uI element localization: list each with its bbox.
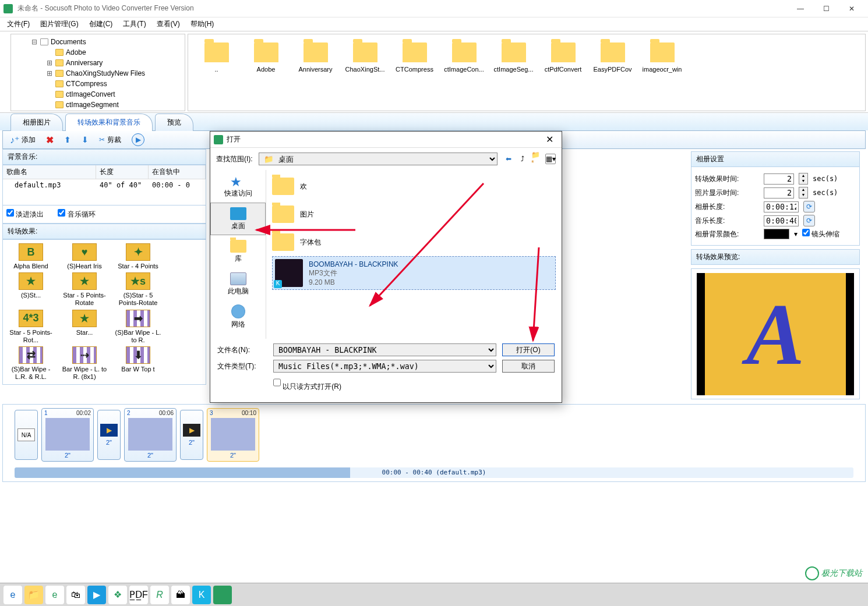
folder-tree[interactable]: ⊟Documents Adobe⊞Anniversary⊞ChaoXingStu… bbox=[10, 34, 185, 111]
taskbar-explorer-icon[interactable]: 📁 bbox=[24, 586, 43, 604]
taskbar-store-icon[interactable]: 🛍 bbox=[66, 586, 85, 604]
transition-item[interactable]: ▶2" bbox=[180, 410, 203, 460]
trans-time-input[interactable] bbox=[764, 173, 794, 185]
move-up-button[interactable]: ⬆ bbox=[62, 134, 73, 146]
play-button[interactable]: ▶ bbox=[129, 132, 147, 147]
tree-item[interactable]: CTCompress bbox=[13, 79, 182, 89]
cancel-button[interactable]: 取消 bbox=[502, 360, 555, 373]
folder-item[interactable]: CTCompress bbox=[390, 38, 439, 93]
folder-item[interactable]: imageocr_win bbox=[637, 38, 687, 93]
nav-up-icon[interactable]: ⤴ bbox=[517, 154, 528, 164]
place-desktop[interactable]: 桌面 bbox=[210, 203, 266, 235]
taskbar-pdf-icon[interactable]: P̲D̲F bbox=[129, 586, 148, 604]
taskbar-edge-icon[interactable]: e bbox=[3, 586, 22, 604]
folder-item[interactable]: ctImageSeg... bbox=[489, 38, 538, 93]
trans-time-spinner[interactable]: ▲▼ bbox=[799, 173, 808, 185]
folder-grid[interactable]: ..AdobeAnniversaryChaoXingSt...CTCompres… bbox=[188, 34, 866, 111]
tree-item[interactable]: ⊞Anniversary bbox=[13, 58, 182, 68]
bg-color-swatch[interactable] bbox=[764, 229, 789, 239]
effect-item[interactable]: ⇢Bar Wipe - L. to R. (8x1) bbox=[59, 346, 110, 381]
clip-item[interactable]: 100:022" bbox=[41, 408, 94, 462]
open-button[interactable]: 打开(O) bbox=[502, 343, 555, 356]
menu-image[interactable]: 图片管理(G) bbox=[36, 18, 83, 30]
show-time-spinner[interactable]: ▲▼ bbox=[799, 187, 808, 199]
taskbar-browser-icon[interactable]: e bbox=[45, 586, 64, 604]
file-item-selected[interactable]: BOOMBAYAH - BLACKPINK MP3文件 9.20 MB bbox=[272, 256, 556, 290]
dialog-folder-item[interactable]: 图片 bbox=[272, 200, 556, 228]
delete-button[interactable]: ✖ bbox=[44, 133, 56, 147]
loop-checkbox[interactable]: 音乐循环 bbox=[58, 209, 95, 219]
tab-album[interactable]: 相册图片 bbox=[10, 114, 63, 131]
filetype-select[interactable]: Music Files(*.mp3;*.WMA;*.wav) bbox=[273, 360, 496, 373]
taskbar[interactable]: e 📁 e 🛍 ▶ ❖ P̲D̲F R 🏔 K bbox=[0, 583, 868, 606]
taskbar-r-icon[interactable]: R bbox=[150, 586, 169, 604]
effect-item[interactable]: ★Star... bbox=[59, 310, 110, 344]
effect-item[interactable]: ✦Star - 4 Points bbox=[112, 243, 164, 270]
menu-view[interactable]: 查看(V) bbox=[152, 18, 185, 30]
nav-view-icon[interactable]: ▦▾ bbox=[545, 154, 556, 164]
tree-item[interactable]: ctPdfConvert bbox=[13, 110, 182, 111]
cut-button[interactable]: ✂剪裁 bbox=[97, 134, 124, 146]
show-time-input[interactable] bbox=[764, 187, 794, 199]
transition-na[interactable]: N/A bbox=[15, 410, 38, 460]
place-pc[interactable]: 此电脑 bbox=[210, 268, 266, 300]
minimize-button[interactable]: — bbox=[788, 0, 813, 17]
folder-item[interactable]: EasyPDFCov bbox=[588, 38, 637, 93]
song-row[interactable]: default.mp3 40" of 40" 00:00 - 0 bbox=[3, 179, 206, 191]
folder-item[interactable]: .. bbox=[192, 38, 241, 93]
fade-checkbox[interactable]: 淡进淡出 bbox=[6, 209, 44, 219]
tree-item[interactable]: ctImageConvert bbox=[13, 89, 182, 100]
folder-item[interactable]: Adobe bbox=[241, 38, 291, 93]
clip-item[interactable]: 300:102" bbox=[207, 408, 259, 462]
close-button[interactable]: ✕ bbox=[839, 0, 865, 17]
menu-create[interactable]: 创建(C) bbox=[84, 18, 118, 30]
scope-select[interactable]: 📁 桌面 bbox=[259, 153, 497, 165]
effect-item[interactable]: ★(S)St... bbox=[5, 272, 57, 307]
folder-item[interactable]: Anniversary bbox=[291, 38, 340, 93]
tree-item[interactable]: Adobe bbox=[13, 47, 182, 58]
menu-tools[interactable]: 工具(T) bbox=[118, 18, 150, 30]
tree-item[interactable]: ctImageSegment bbox=[13, 100, 182, 110]
folder-item[interactable]: ChaoXingSt... bbox=[340, 38, 390, 93]
dialog-folder-item[interactable]: 字体包 bbox=[272, 228, 556, 256]
refresh-album-button[interactable]: ⟳ bbox=[803, 201, 815, 212]
effect-item[interactable]: ⬇Bar W Top t bbox=[112, 346, 164, 381]
bg-color-dropdown[interactable]: ▾ bbox=[794, 230, 798, 238]
place-library[interactable]: 库 bbox=[210, 235, 266, 268]
effect-item[interactable]: ★s(S)Star - 5 Points-Rotate bbox=[112, 272, 164, 307]
taskbar-k-icon[interactable]: K bbox=[192, 586, 211, 604]
effect-item[interactable]: ➡(S)Bar Wipe - L. to R. bbox=[112, 310, 164, 344]
effect-item[interactable]: ⇄(S)Bar Wipe - L.R. & R.L. bbox=[5, 346, 57, 381]
folder-item[interactable]: ctPdfConvert bbox=[538, 38, 588, 93]
transition-item[interactable]: ▶2" bbox=[97, 410, 121, 460]
dialog-close-button[interactable]: ✕ bbox=[541, 134, 558, 145]
place-network[interactable]: 网络 bbox=[210, 300, 266, 333]
tree-item[interactable]: ⊞ChaoXingStudyNew Files bbox=[13, 68, 182, 79]
tree-root[interactable]: Documents bbox=[51, 38, 86, 46]
add-button[interactable]: ♪⁺添加 bbox=[8, 133, 38, 147]
place-quick[interactable]: ★快速访问 bbox=[210, 170, 266, 203]
taskbar-current-icon[interactable] bbox=[213, 586, 232, 604]
refresh-music-button[interactable]: ⟳ bbox=[803, 215, 815, 226]
effect-item[interactable]: BAlpha Blend bbox=[5, 243, 57, 270]
nav-back-icon[interactable]: ⬅ bbox=[503, 154, 514, 164]
audio-track[interactable]: 00:00 - 00:40 (default.mp3) bbox=[15, 467, 853, 478]
nav-newfolder-icon[interactable]: 📁* bbox=[531, 154, 542, 164]
effect-item[interactable]: ★Star - 5 Points-Rotate bbox=[59, 272, 110, 307]
dialog-folder-item[interactable]: 欢 bbox=[272, 172, 556, 200]
folder-item[interactable]: ctImageCon... bbox=[439, 38, 489, 93]
taskbar-img-icon[interactable]: 🏔 bbox=[171, 586, 190, 604]
zoom-checkbox[interactable]: 镜头伸缩 bbox=[802, 229, 839, 239]
clip-item[interactable]: 200:062" bbox=[124, 408, 177, 462]
taskbar-app1-icon[interactable]: ▶ bbox=[87, 586, 106, 604]
menu-file[interactable]: 文件(F) bbox=[2, 18, 34, 30]
tab-transition[interactable]: 转场效果和背景音乐 bbox=[65, 114, 153, 131]
taskbar-wechat-icon[interactable]: ❖ bbox=[108, 586, 127, 604]
effect-item[interactable]: ♥(S)Heart Iris bbox=[59, 243, 110, 270]
effect-item[interactable]: 4*3Star - 5 Points-Rot... bbox=[5, 310, 57, 344]
maximize-button[interactable]: ☐ bbox=[813, 0, 839, 17]
menu-help[interactable]: 帮助(H) bbox=[186, 18, 219, 30]
file-list[interactable]: 欢图片字体包 BOOMBAYAH - BLACKPINK MP3文件 9.20 … bbox=[266, 170, 562, 339]
filename-input[interactable]: BOOMBAYAH - BLACKPINK bbox=[273, 343, 496, 356]
effects-grid[interactable]: BAlpha Blend♥(S)Heart Iris✦Star - 4 Poin… bbox=[2, 239, 206, 385]
